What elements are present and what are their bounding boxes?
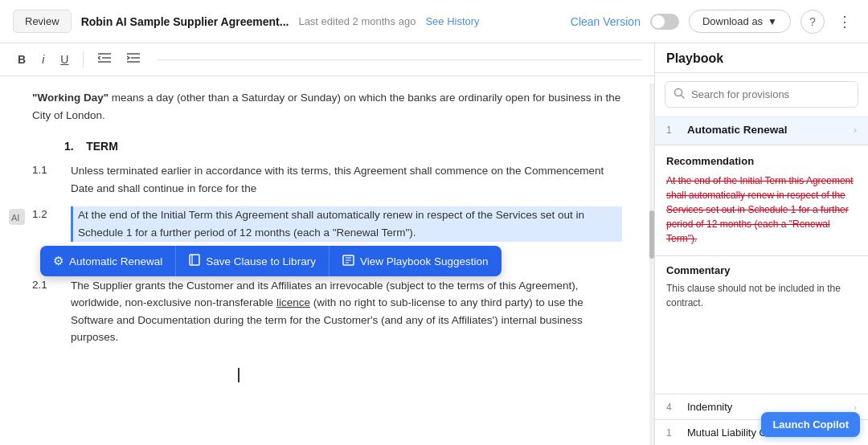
recommendation-title: Recommendation <box>666 155 857 167</box>
provision-num-ml: 1 <box>666 427 679 439</box>
editor-pane: B i U <box>0 43 655 445</box>
clause-1-1-row: 1.1 Unless terminated earlier in accorda… <box>32 162 622 197</box>
search-box[interactable] <box>665 81 858 108</box>
underline-button[interactable]: U <box>55 51 73 68</box>
scroll-thumb[interactable] <box>649 210 654 259</box>
provision-name-indemnity: Indemnity <box>687 401 845 413</box>
italic-button[interactable]: i <box>37 51 49 68</box>
working-day-def: means a day (other than a Saturday or Su… <box>32 92 620 121</box>
provision-item-automatic-renewal[interactable]: 1 Automatic Renewal › <box>655 116 868 145</box>
section-1-block: 1. TERM 1.1 Unless terminated earlier in… <box>32 140 622 241</box>
provision-num-1: 1 <box>666 125 679 136</box>
provision-num-4: 4 <box>666 402 679 413</box>
recommendation-text: At the end of the Initial Term this Agre… <box>666 174 857 246</box>
view-playbook-label: View Playbook Suggestion <box>360 255 489 267</box>
download-arrow-icon: ▼ <box>768 16 777 27</box>
clean-version-label: Clean Version <box>571 15 641 28</box>
clause-2-1-number: 2.1 <box>32 277 61 346</box>
see-history-link[interactable]: See History <box>425 15 479 27</box>
commentary-text: This clause should not be included in th… <box>666 281 857 310</box>
review-button[interactable]: Review <box>13 10 72 33</box>
provision-chevron-icon-4: › <box>854 402 857 412</box>
svg-line-15 <box>682 96 685 99</box>
clause-1-1-text: Unless terminated earlier in accordance … <box>71 162 622 197</box>
doc-title: Robin AI Sample Supplier Agreement... <box>81 15 289 28</box>
svg-rect-8 <box>190 255 199 265</box>
more-options-button[interactable]: ⋮ <box>834 13 855 31</box>
last-edited-text: Last edited 2 months ago <box>298 15 416 27</box>
indent-button[interactable] <box>122 50 145 69</box>
editor-toolbar: B i U <box>0 43 654 76</box>
clause-1-1-number: 1.1 <box>32 162 61 197</box>
clause-1-2-text: At the end of the Initial Term this Agre… <box>71 206 622 241</box>
help-button[interactable]: ? <box>800 10 825 34</box>
toolbar-divider <box>83 51 84 67</box>
more-icon: ⋮ <box>837 14 852 30</box>
recommendation-panel: Recommendation At the end of the Initial… <box>655 145 868 256</box>
outdent-button[interactable] <box>93 50 116 69</box>
clause-1-2-row: AI 1.2 At the end of the Initial Term th… <box>32 206 622 241</box>
ai-indicator-icon: AI <box>8 208 26 226</box>
floating-toolbar: ⚙ Automatic Renewal Save Clause to Libra… <box>40 246 502 276</box>
provision-chevron-icon-1: › <box>854 125 857 136</box>
view-playbook-button[interactable]: View Playbook Suggestion <box>330 247 502 276</box>
clause-2-1-row: 2.1 The Supplier grants the Customer and… <box>32 277 622 346</box>
search-icon <box>674 88 685 101</box>
toolbar-line <box>158 59 641 60</box>
save-clause-button[interactable]: Save Clause to Library <box>176 246 330 276</box>
save-clause-label: Save Clause to Library <box>206 255 316 267</box>
svg-text:AI: AI <box>11 213 19 222</box>
right-panel: Playbook 1 Automatic Renewal › Recommend… <box>655 43 868 445</box>
bookmark-icon <box>189 254 200 268</box>
playbook-icon <box>342 255 354 268</box>
download-as-button[interactable]: Download as ▼ <box>689 10 791 33</box>
panel-header: Playbook <box>655 43 868 73</box>
automatic-renewal-label: Automatic Renewal <box>69 255 162 267</box>
main-container: B i U <box>0 43 868 445</box>
clause-2-1-text: The Supplier grants the Customer and its… <box>71 277 622 346</box>
scroll-track[interactable] <box>649 84 654 445</box>
working-day-term: "Working Day" <box>32 92 108 104</box>
commentary-panel: Commentary This clause should not be inc… <box>655 256 868 318</box>
help-icon: ? <box>809 15 816 28</box>
commentary-title: Commentary <box>666 264 857 276</box>
bold-button[interactable]: B <box>13 51 31 68</box>
launch-copilot-button[interactable]: Launch Copilot <box>761 412 860 437</box>
download-label: Download as <box>702 15 763 27</box>
text-cursor <box>238 368 240 382</box>
section-1-label: 1. TERM <box>64 140 622 153</box>
automatic-renewal-button[interactable]: ⚙ Automatic Renewal <box>40 246 176 276</box>
gear-icon: ⚙ <box>53 254 63 268</box>
clean-version-toggle[interactable] <box>650 14 679 30</box>
working-day-paragraph: "Working Day" means a day (other than a … <box>32 89 622 124</box>
app-header: Review Robin AI Sample Supplier Agreemen… <box>0 0 868 43</box>
search-input[interactable] <box>691 88 850 100</box>
licence-link: licence <box>276 296 310 308</box>
provision-name-1: Automatic Renewal <box>687 124 845 136</box>
clause-1-2-number: 1.2 <box>32 206 61 241</box>
